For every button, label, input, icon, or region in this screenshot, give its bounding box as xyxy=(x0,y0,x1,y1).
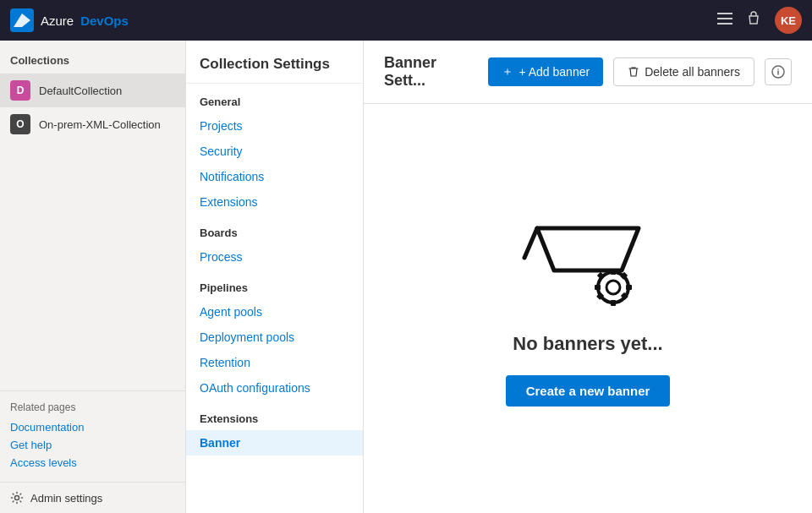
settings-item-retention[interactable]: Retention xyxy=(186,350,363,375)
main-content: Banner Sett... ＋ + Add banner Delete all… xyxy=(364,41,812,513)
settings-header-general: General xyxy=(186,84,363,113)
trash-icon xyxy=(628,66,639,78)
delete-all-label: Delete all banners xyxy=(645,65,740,79)
svg-rect-14 xyxy=(595,285,601,290)
settings-item-security[interactable]: Security xyxy=(186,139,363,164)
create-new-banner-button[interactable]: Create a new banner xyxy=(506,375,671,407)
logo-devops-text: DevOps xyxy=(80,14,129,28)
collection-item-onprem[interactable]: O On-prem-XML-Collection xyxy=(0,107,185,141)
svg-rect-12 xyxy=(611,269,616,275)
user-avatar[interactable]: KE xyxy=(775,7,802,34)
settings-header-extensions: Extensions xyxy=(186,401,363,430)
info-button[interactable] xyxy=(765,58,792,85)
page-title: Banner Sett... xyxy=(384,54,478,90)
svg-rect-13 xyxy=(611,300,616,306)
settings-item-notifications[interactable]: Notifications xyxy=(186,164,363,189)
info-icon xyxy=(771,65,785,79)
content-header: Banner Sett... ＋ + Add banner Delete all… xyxy=(364,41,812,104)
sidebar-left: Collections D DefaultCollection O On-pre… xyxy=(0,41,186,513)
add-banner-plus-icon: ＋ xyxy=(502,64,513,79)
settings-item-agent-pools[interactable]: Agent pools xyxy=(186,299,363,325)
add-banner-label: + Add banner xyxy=(518,65,590,79)
settings-icon[interactable] xyxy=(717,11,732,30)
svg-point-11 xyxy=(606,281,620,294)
delete-all-banners-button[interactable]: Delete all banners xyxy=(613,57,754,86)
collection-name-default: DefaultCollection xyxy=(39,85,122,97)
settings-header-boards: Boards xyxy=(186,215,363,244)
settings-item-oauth[interactable]: OAuth configurations xyxy=(186,375,363,401)
sidebar-mid: Collection Settings General Projects Sec… xyxy=(186,41,364,513)
topbar-icons: KE xyxy=(717,7,802,34)
topbar: Azure DevOps KE xyxy=(0,0,812,41)
collection-item-default[interactable]: D DefaultCollection xyxy=(0,74,185,107)
gear-icon xyxy=(10,491,24,505)
settings-item-deployment-pools[interactable]: Deployment pools xyxy=(186,325,363,350)
collection-avatar-onprem: O xyxy=(10,114,30,134)
svg-rect-15 xyxy=(626,285,632,290)
settings-header-pipelines: Pipelines xyxy=(186,270,363,299)
logo-azure-text: Azure xyxy=(41,14,74,28)
get-help-link[interactable]: Get help xyxy=(10,436,175,454)
collection-settings-title: Collection Settings xyxy=(186,41,363,84)
empty-state-message: No banners yet... xyxy=(513,333,662,355)
logo[interactable]: Azure DevOps xyxy=(10,8,129,32)
settings-item-process[interactable]: Process xyxy=(186,244,363,270)
sidebar-bottom: Related pages Documentation Get help Acc… xyxy=(0,390,185,482)
collections-title: Collections xyxy=(0,41,185,74)
svg-rect-2 xyxy=(717,13,732,14)
svg-rect-4 xyxy=(717,23,732,25)
empty-state: No banners yet... Create a new banner xyxy=(364,104,812,513)
documentation-link[interactable]: Documentation xyxy=(10,418,175,436)
add-banner-button[interactable]: ＋ + Add banner xyxy=(488,57,603,86)
empty-state-illustration xyxy=(520,211,656,313)
svg-rect-3 xyxy=(717,18,732,19)
collection-avatar-default: D xyxy=(10,80,30,101)
access-levels-link[interactable]: Access levels xyxy=(10,454,175,472)
admin-settings-label: Admin settings xyxy=(30,492,102,505)
settings-item-banner[interactable]: Banner xyxy=(186,430,363,456)
settings-item-projects[interactable]: Projects xyxy=(186,113,363,139)
svg-point-8 xyxy=(777,68,779,70)
related-pages-title: Related pages xyxy=(10,401,175,413)
admin-settings-item[interactable]: Admin settings xyxy=(0,482,185,513)
main-layout: Collections D DefaultCollection O On-pre… xyxy=(0,41,812,513)
azure-devops-logo-icon xyxy=(10,8,34,32)
collection-name-onprem: On-prem-XML-Collection xyxy=(39,118,161,131)
svg-point-5 xyxy=(15,496,19,500)
svg-line-9 xyxy=(524,228,537,258)
bag-icon[interactable] xyxy=(746,11,761,30)
settings-item-extensions-general[interactable]: Extensions xyxy=(186,189,363,215)
